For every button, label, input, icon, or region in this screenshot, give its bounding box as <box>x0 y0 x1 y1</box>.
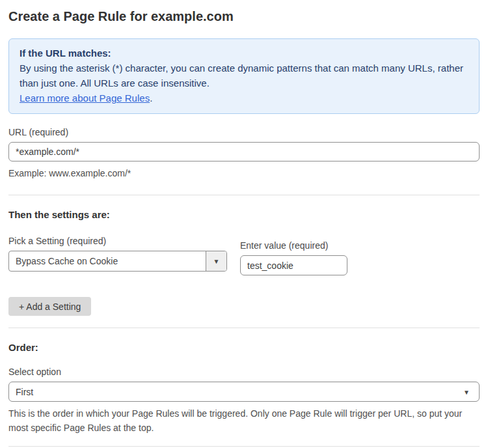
order-select[interactable]: First ▼ <box>8 382 480 402</box>
divider <box>8 328 480 328</box>
order-select-group: Select option First ▼ This is the order … <box>8 367 480 435</box>
settings-row: Pick a Setting (required) Bypass Cache o… <box>8 236 480 275</box>
info-box-heading: If the URL matches: <box>20 46 468 61</box>
setting-value-input[interactable] <box>240 255 347 275</box>
setting-select-value: Bypass Cache on Cookie <box>9 251 206 271</box>
create-page-rule-dialog: Create a Page Rule for example.com If th… <box>0 0 488 448</box>
url-input[interactable] <box>8 142 480 161</box>
setting-select[interactable]: Bypass Cache on Cookie ▼ <box>8 251 227 272</box>
url-label: URL (required) <box>8 127 480 137</box>
link-suffix: . <box>150 92 152 104</box>
learn-more-link[interactable]: Learn more about Page Rules <box>20 92 150 104</box>
url-example-hint: Example: www.example.com/* <box>8 166 480 180</box>
select-option-label: Select option <box>8 367 480 377</box>
chevron-down-icon: ▼ <box>463 388 470 395</box>
chevron-down-glyph: ▼ <box>213 258 220 265</box>
setting-value-group: Enter value (required) <box>240 240 347 275</box>
settings-section-heading: Then the settings are: <box>8 209 480 220</box>
chevron-down-icon[interactable]: ▼ <box>206 251 226 271</box>
order-description: This is the order in which your Page Rul… <box>8 406 480 435</box>
url-field-group: URL (required) Example: www.example.com/… <box>8 127 480 180</box>
add-setting-button[interactable]: + Add a Setting <box>8 297 91 316</box>
page-title: Create a Page Rule for example.com <box>8 9 480 24</box>
info-box: If the URL matches: By using the asteris… <box>8 38 480 114</box>
order-section-heading: Order: <box>8 342 480 353</box>
order-select-value: First <box>16 387 33 397</box>
setting-select-group: Pick a Setting (required) Bypass Cache o… <box>8 236 227 272</box>
info-box-link-line: Learn more about Page Rules. <box>20 91 468 105</box>
info-box-body: By using the asterisk (*) character, you… <box>20 61 468 91</box>
pick-setting-label: Pick a Setting (required) <box>8 236 227 246</box>
divider <box>8 446 480 447</box>
enter-value-label: Enter value (required) <box>240 240 347 251</box>
divider <box>8 195 480 195</box>
chevron-down-glyph: ▼ <box>463 388 470 395</box>
